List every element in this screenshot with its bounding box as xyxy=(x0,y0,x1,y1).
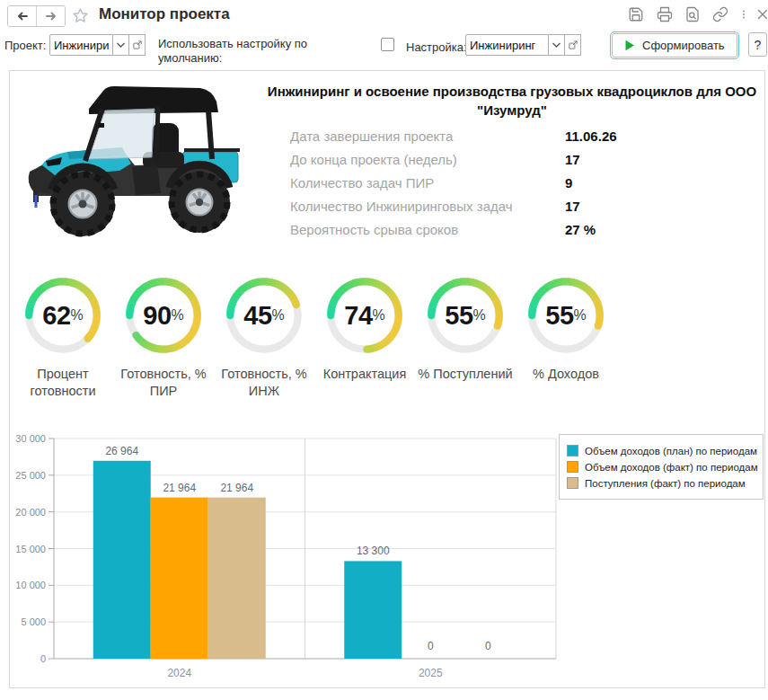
print-icon[interactable] xyxy=(657,6,673,22)
chart-legend: Объем доходов (план) по периодамОбъем до… xyxy=(559,434,764,500)
gauge-ring: 62% xyxy=(22,274,104,357)
svg-text:2024: 2024 xyxy=(167,667,191,679)
fact-label: Количество задач ПИР xyxy=(290,175,434,191)
svg-text:0: 0 xyxy=(428,640,434,652)
preview-icon[interactable] xyxy=(684,6,701,22)
svg-text:21 964: 21 964 xyxy=(163,482,196,494)
setting-input[interactable] xyxy=(465,34,549,56)
gauge-unit: % xyxy=(373,307,385,323)
gauge-unit: % xyxy=(473,307,486,323)
gauge-ring: 55% xyxy=(525,274,607,357)
svg-text:30 000: 30 000 xyxy=(15,433,46,444)
fact-label: До конца проекта (недель) xyxy=(290,152,457,167)
forward-button[interactable] xyxy=(36,6,65,26)
svg-text:15 000: 15 000 xyxy=(15,544,46,554)
gauge-unit: % xyxy=(172,307,184,323)
fact-value: 27 % xyxy=(565,222,596,237)
svg-text:25 000: 25 000 xyxy=(15,470,46,481)
fact-row-risk: Вероятность срыва сроков 27 % xyxy=(279,218,766,242)
project-title: Инжиниринг и освоение производства грузо… xyxy=(260,82,764,120)
generate-button-label: Сформировать xyxy=(642,39,725,52)
revenue-bar-chart: 05 00010 00015 00020 00025 00030 00026 9… xyxy=(13,414,764,686)
fact-row-finish-date: Дата завершения проекта 11.06.26 xyxy=(279,125,766,148)
gauge-readiness-inzh: 45% Готовность, % ИНЖ xyxy=(214,274,314,400)
gauge-label: % Поступлений xyxy=(415,366,516,383)
fact-row-pir-tasks: Количество задач ПИР 9 xyxy=(279,172,766,195)
fact-row-weeks-left: До конца проекта (недель) 17 xyxy=(279,148,766,172)
project-combo xyxy=(49,34,146,56)
gauge-ring: 74% xyxy=(323,274,406,357)
gauge-label: Готовность, % ИНЖ xyxy=(214,366,314,400)
use-default-checkbox[interactable] xyxy=(381,38,394,51)
gauge-ring: 55% xyxy=(424,274,507,357)
gauge-unit: % xyxy=(71,307,84,323)
gauges-row: 62% Процент готовности 90% Готовность, %… xyxy=(13,274,764,400)
setting-dropdown-button[interactable] xyxy=(549,34,565,56)
gauge-contracting: 74% Контрактация xyxy=(314,274,415,400)
nav-button-group xyxy=(7,5,66,27)
project-input[interactable] xyxy=(49,34,113,56)
fact-value: 9 xyxy=(565,175,572,191)
open-window-icon xyxy=(132,40,143,50)
open-window-icon xyxy=(568,40,578,50)
svg-text:21 964: 21 964 xyxy=(220,482,253,494)
fact-label: Вероятность срыва сроков xyxy=(290,222,458,237)
save-icon[interactable] xyxy=(628,6,644,22)
generate-button[interactable]: Сформировать xyxy=(612,33,737,58)
more-kebab-icon[interactable] xyxy=(738,6,749,22)
help-button[interactable]: ? xyxy=(748,32,767,57)
fact-row-eng-tasks: Количество Инжиниринговых задач 17 xyxy=(279,195,766,218)
setting-combo xyxy=(465,34,581,56)
front-wheel xyxy=(50,172,115,236)
forward-arrow-icon xyxy=(44,9,58,23)
project-facts-list: Дата завершения проекта 11.06.26 До конц… xyxy=(279,125,766,242)
gauge-value: 55 xyxy=(545,301,573,331)
svg-text:13 300: 13 300 xyxy=(357,545,390,557)
legend-item: Объем доходов (план) по периодам xyxy=(567,445,755,456)
legend-label: Объем доходов (план) по периодам xyxy=(585,446,757,456)
link-icon[interactable] xyxy=(712,6,728,22)
project-dropdown-button[interactable] xyxy=(113,34,129,56)
legend-swatch-icon xyxy=(567,477,578,489)
project-open-button[interactable] xyxy=(129,34,146,56)
back-button[interactable] xyxy=(8,6,36,26)
fact-value: 17 xyxy=(565,199,580,214)
favorite-star-icon[interactable] xyxy=(71,6,90,25)
gauge-receipts: 55% % Поступлений xyxy=(415,274,516,400)
gauge-income: 55% % Доходов xyxy=(516,274,616,400)
svg-text:0: 0 xyxy=(485,640,491,652)
gauge-label: Процент готовности xyxy=(13,366,113,400)
report-area: Инжиниринг и освоение производства грузо… xyxy=(9,70,765,688)
gauge-label: Готовность, % ПИР xyxy=(113,366,214,400)
svg-text:20 000: 20 000 xyxy=(15,507,46,518)
legend-item: Поступления (факт) по периодам xyxy=(567,477,755,489)
chevron-down-icon xyxy=(117,42,125,48)
fact-label: Дата завершения проекта xyxy=(290,128,453,144)
rear-wheel xyxy=(169,172,230,233)
svg-text:0: 0 xyxy=(40,653,46,664)
gauge-completion: 62% Процент готовности xyxy=(13,274,113,400)
close-icon[interactable] xyxy=(755,6,768,22)
legend-swatch-icon xyxy=(567,445,578,456)
svg-text:2025: 2025 xyxy=(419,667,443,679)
fact-value: 11.06.26 xyxy=(565,128,617,144)
gauge-label: Контрактация xyxy=(314,366,415,383)
fact-label: Количество Инжиниринговых задач xyxy=(290,199,513,214)
legend-label: Поступления (факт) по периодам xyxy=(585,478,746,489)
gauge-value: 90 xyxy=(143,301,171,331)
gauge-unit: % xyxy=(272,307,285,323)
page-title: Монитор проекта xyxy=(99,5,230,23)
use-default-setting-label: Использовать настройку по умолчанию: xyxy=(158,37,318,66)
gauge-value: 55 xyxy=(445,301,472,331)
gauge-unit: % xyxy=(574,307,587,323)
gauge-value: 74 xyxy=(344,301,372,331)
project-field-label: Проект: xyxy=(4,39,46,52)
project-vehicle-image xyxy=(15,76,245,244)
setting-field-label: Настройка: xyxy=(406,40,467,54)
svg-text:26 964: 26 964 xyxy=(105,445,138,457)
gauge-value: 62 xyxy=(42,301,70,331)
back-arrow-icon xyxy=(15,9,30,23)
setting-open-button[interactable] xyxy=(565,34,581,56)
gauge-ring: 90% xyxy=(122,274,205,357)
help-button-label: ? xyxy=(755,38,762,52)
